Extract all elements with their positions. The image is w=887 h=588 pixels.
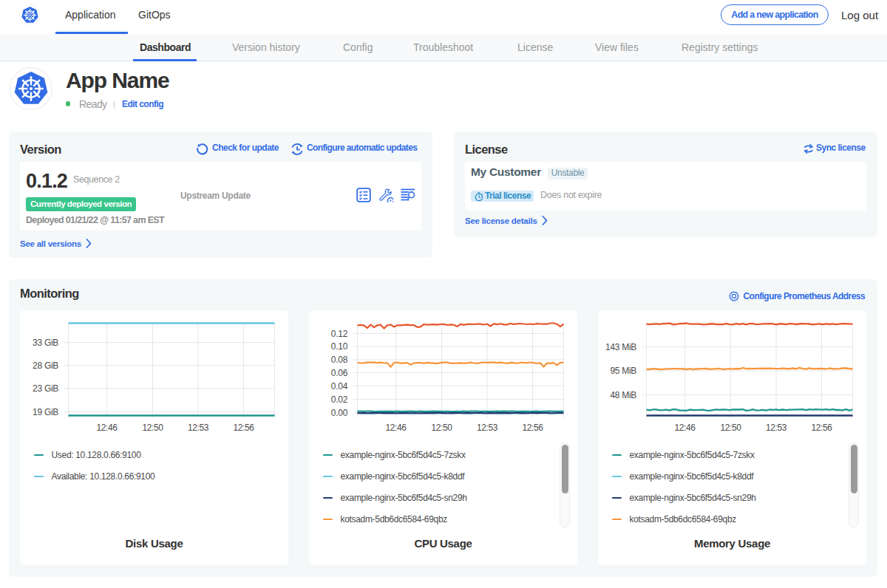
svg-text:0.02: 0.02 (331, 394, 348, 405)
svg-text:48 MiB: 48 MiB (610, 390, 636, 400)
svg-text:33 GiB: 33 GiB (33, 338, 58, 348)
svg-text:0.00: 0.00 (331, 408, 348, 418)
svg-text:12:46: 12:46 (674, 423, 696, 433)
svg-text:12:50: 12:50 (142, 423, 163, 433)
svg-text:23 GiB: 23 GiB (33, 383, 58, 394)
svg-text:12:46: 12:46 (385, 423, 407, 433)
svg-text:0.10: 0.10 (331, 341, 348, 352)
svg-text:12:56: 12:56 (811, 423, 832, 433)
svg-text:143 MiB: 143 MiB (605, 342, 636, 352)
svg-text:12:56: 12:56 (233, 423, 254, 433)
svg-text:0.06: 0.06 (331, 368, 348, 378)
svg-text:0.04: 0.04 (331, 381, 348, 392)
svg-text:12:50: 12:50 (720, 423, 741, 433)
svg-text:12:53: 12:53 (188, 423, 209, 433)
svg-text:0.12: 0.12 (331, 329, 348, 339)
svg-text:0.08: 0.08 (331, 355, 348, 365)
svg-text:12:50: 12:50 (431, 423, 452, 433)
svg-text:12:46: 12:46 (96, 423, 118, 433)
svg-text:12:53: 12:53 (766, 423, 787, 433)
svg-text:12:53: 12:53 (477, 423, 498, 433)
svg-text:19 GiB: 19 GiB (33, 407, 58, 417)
svg-text:12:56: 12:56 (522, 423, 543, 433)
svg-text:95 MiB: 95 MiB (610, 366, 636, 376)
svg-text:28 GiB: 28 GiB (33, 360, 58, 371)
